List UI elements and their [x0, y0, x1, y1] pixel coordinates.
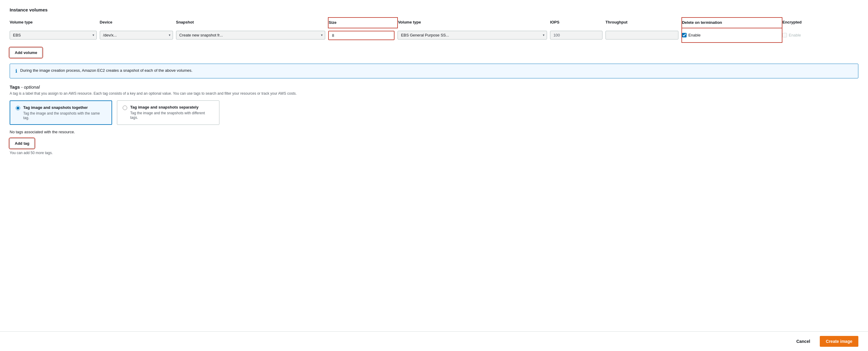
tags-section: Tags - optional A tag is a label that yo…: [10, 84, 858, 155]
size-input[interactable]: [328, 31, 395, 40]
cancel-button[interactable]: Cancel: [792, 337, 815, 346]
no-tags-text: No tags associated with the resource.: [10, 130, 858, 134]
th-device: Device: [100, 18, 176, 28]
add-volume-button[interactable]: Add volume: [10, 48, 42, 58]
encrypted-label: Enable: [789, 33, 801, 37]
snapshot-select[interactable]: Create new snapshot fr...: [176, 31, 326, 39]
tag-together-description: Tag the image and the snapshots with the…: [23, 111, 100, 120]
tag-separately-label: Tag image and snapshots separately: [130, 105, 214, 110]
device-cell: /dev/x...: [100, 28, 176, 42]
volume-type-cell: EBS: [10, 28, 100, 42]
tag-together-option[interactable]: Tag image and snapshots together Tag the…: [10, 100, 112, 125]
delete-on-termination-label[interactable]: Enable: [688, 33, 701, 37]
throughput-cell: [606, 28, 682, 42]
volume-type-select-wrapper[interactable]: EBS: [10, 31, 97, 39]
instance-volumes-title: Instance volumes: [10, 7, 858, 12]
vol-type-select[interactable]: EBS General Purpose SS...: [398, 31, 547, 39]
device-select[interactable]: /dev/x...: [100, 31, 173, 39]
volumes-table: Volume type Device Snapshot Size Volume …: [10, 17, 858, 43]
th-throughput: Throughput: [606, 18, 682, 28]
create-image-button[interactable]: Create image: [820, 336, 858, 347]
info-icon: ℹ: [16, 68, 17, 74]
delete-on-termination-cell: Enable: [682, 28, 782, 42]
th-delete-on-termination: Delete on termination: [682, 18, 782, 28]
footer-bar: Cancel Create image: [0, 331, 868, 351]
vol-type-cell: EBS General Purpose SS...: [398, 28, 550, 42]
encrypted-wrapper: Enable: [782, 33, 855, 37]
info-text: During the image creation process, Amazo…: [20, 68, 193, 73]
delete-on-termination-checkbox[interactable]: [682, 33, 687, 37]
tag-separately-description: Tag the image and the snapshots with dif…: [130, 111, 205, 120]
volume-type-select[interactable]: EBS: [10, 31, 97, 39]
delete-on-termination-wrapper: Enable: [682, 33, 779, 37]
info-box: ℹ During the image creation process, Ama…: [10, 64, 858, 79]
th-volume-type-col: Volume type: [398, 18, 550, 28]
tag-separately-option[interactable]: Tag image and snapshots separately Tag t…: [117, 100, 219, 125]
th-snapshot: Snapshot: [176, 18, 329, 28]
encrypted-checkbox[interactable]: [782, 33, 787, 37]
tag-together-radio[interactable]: [16, 106, 20, 110]
tag-together-label: Tag image and snapshots together: [23, 105, 106, 110]
tag-separately-radio[interactable]: [123, 106, 127, 110]
snapshot-select-wrapper[interactable]: Create new snapshot fr...: [176, 31, 326, 39]
throughput-value: [606, 31, 678, 39]
encrypted-cell: Enable: [782, 28, 858, 42]
tags-title: Tags - optional: [10, 84, 858, 90]
tags-limit-text: You can add 50 more tags.: [10, 151, 53, 155]
device-select-wrapper[interactable]: /dev/x...: [100, 31, 173, 39]
add-tag-button[interactable]: Add tag: [10, 138, 34, 148]
iops-value: 100: [550, 31, 602, 39]
size-cell: [328, 28, 398, 42]
tag-radio-options: Tag image and snapshots together Tag the…: [10, 100, 858, 125]
tags-description: A tag is a label that you assign to an A…: [10, 91, 858, 96]
tags-optional: - optional: [20, 84, 40, 90]
vol-type-select-wrapper[interactable]: EBS General Purpose SS...: [398, 31, 547, 39]
iops-cell: 100: [550, 28, 606, 42]
th-encrypted: Encrypted: [782, 18, 858, 28]
th-volume-type: Volume type: [10, 18, 100, 28]
snapshot-cell: Create new snapshot fr...: [176, 28, 329, 42]
th-iops: IOPS: [550, 18, 606, 28]
th-size: Size: [328, 18, 398, 28]
table-row: EBS /dev/x... Create new snapshot fr...: [10, 28, 858, 42]
